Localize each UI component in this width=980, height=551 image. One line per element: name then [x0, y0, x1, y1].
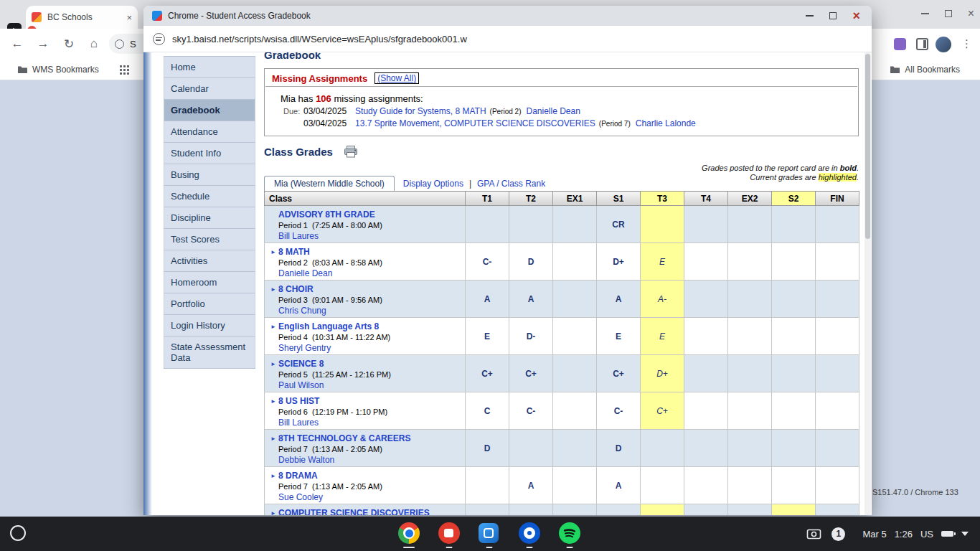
- grade-cell-ex1[interactable]: [553, 504, 597, 516]
- grade-cell-s2[interactable]: [772, 243, 816, 281]
- grade-cell-s1[interactable]: A: [597, 281, 641, 318]
- grade-cell-t2[interactable]: A: [509, 467, 553, 504]
- grade-cell-fin[interactable]: [816, 243, 859, 281]
- class-name-link[interactable]: 8TH TECHNOLOGY & CAREERS: [278, 433, 410, 443]
- sidebar-item-discipline[interactable]: Discipline: [164, 207, 255, 229]
- grade-cell-t4[interactable]: [684, 318, 728, 355]
- class-name-link[interactable]: SCIENCE 8: [278, 359, 324, 369]
- class-name-link[interactable]: COMPUTER SCIENCE DISCOVERIES: [278, 508, 430, 515]
- teacher-link[interactable]: Danielle Dean: [526, 106, 580, 116]
- grade-cell-t3[interactable]: C+: [641, 392, 684, 430]
- grade-cell-s2[interactable]: [772, 467, 816, 504]
- forward-icon[interactable]: →: [34, 35, 52, 52]
- grade-cell-ex1[interactable]: [553, 318, 597, 355]
- student-tab[interactable]: Mia (Western Middle School): [264, 176, 395, 191]
- system-tray[interactable]: Mar 5 1:26 US: [855, 525, 976, 543]
- grade-cell-t3[interactable]: A-: [641, 281, 684, 318]
- grade-cell-s1[interactable]: A: [597, 467, 641, 504]
- grade-cell-t3[interactable]: E: [641, 318, 684, 355]
- grade-cell-fin[interactable]: [816, 467, 859, 504]
- home-icon[interactable]: ⌂: [85, 35, 103, 52]
- grade-cell-ex2[interactable]: [728, 504, 772, 516]
- sidebar-item-schedule[interactable]: Schedule: [164, 186, 255, 207]
- window-titlebar[interactable]: Chrome - Student Access Gradebook ×: [143, 6, 872, 26]
- teacher-link[interactable]: Bill Laures: [278, 231, 319, 241]
- grade-cell-t2[interactable]: [509, 504, 553, 516]
- grade-cell-t1[interactable]: E: [466, 318, 509, 355]
- sidebar-item-state-assessment-data[interactable]: State Assessment Data: [164, 336, 255, 369]
- chrome-app-button[interactable]: [398, 522, 420, 544]
- grade-cell-t4[interactable]: [684, 206, 728, 243]
- grade-cell-t1[interactable]: [466, 206, 509, 243]
- gpa-class-rank-link[interactable]: GPA / Class Rank: [477, 179, 545, 189]
- grade-cell-ex1[interactable]: [553, 467, 597, 504]
- grade-cell-t2[interactable]: C-: [509, 392, 553, 430]
- sidebar-item-attendance[interactable]: Attendance: [164, 121, 255, 143]
- expand-arrow-icon[interactable]: ►: [270, 286, 276, 293]
- grade-cell-t2[interactable]: [509, 206, 553, 243]
- grade-cell-ex2[interactable]: [728, 355, 772, 392]
- grade-cell-s1[interactable]: C-: [597, 392, 641, 430]
- grade-cell-t4[interactable]: [684, 243, 728, 281]
- grade-cell-ex1[interactable]: [553, 206, 597, 243]
- class-name-link[interactable]: ADVISORY 8TH GRADE: [278, 209, 375, 220]
- minimize-button[interactable]: [806, 15, 814, 17]
- grade-cell-s1[interactable]: C+: [597, 355, 641, 392]
- grade-cell-t4[interactable]: [684, 504, 728, 516]
- class-name-link[interactable]: 8 US HIST: [278, 396, 319, 406]
- sidebar-item-login-history[interactable]: Login History: [164, 315, 255, 336]
- grade-cell-ex2[interactable]: [728, 281, 772, 318]
- window-address-bar[interactable]: sky1.baisd.net/scripts/wsisa.dll/WServic…: [143, 26, 872, 52]
- grade-cell-s2[interactable]: [772, 281, 816, 318]
- sidebar-item-home[interactable]: Home: [164, 57, 255, 78]
- grade-cell-ex2[interactable]: [728, 467, 772, 504]
- sidebar-item-student-info[interactable]: Student Info: [164, 143, 255, 164]
- show-all-link[interactable]: (Show All): [374, 72, 419, 84]
- launcher-button[interactable]: [10, 525, 26, 541]
- grade-cell-t4[interactable]: [684, 392, 728, 430]
- grade-cell-t2[interactable]: D: [509, 243, 553, 281]
- notification-badge[interactable]: 1: [831, 527, 845, 541]
- grade-cell-s2[interactable]: [772, 355, 816, 392]
- grade-cell-s1[interactable]: E: [597, 318, 641, 355]
- maximize-button[interactable]: [829, 12, 837, 19]
- grade-cell-ex1[interactable]: [553, 392, 597, 430]
- sidebar-item-homeroom[interactable]: Homeroom: [164, 272, 255, 293]
- grade-cell-t1[interactable]: [466, 467, 509, 504]
- grade-cell-s2[interactable]: [772, 430, 816, 467]
- grade-cell-t3[interactable]: [641, 430, 684, 467]
- background-minimize-button[interactable]: [921, 13, 929, 14]
- grade-cell-ex2[interactable]: [728, 318, 772, 355]
- expand-arrow-icon[interactable]: ►: [270, 510, 276, 515]
- grade-cell-fin[interactable]: [816, 206, 859, 243]
- grade-cell-t2[interactable]: A: [509, 281, 553, 318]
- extension-icon[interactable]: [894, 38, 906, 50]
- grade-cell-t1[interactable]: D: [466, 430, 509, 467]
- expand-arrow-icon[interactable]: ►: [270, 473, 276, 479]
- grade-cell-t2[interactable]: [509, 430, 553, 467]
- grade-cell-fin[interactable]: [816, 504, 859, 516]
- grade-cell-t3[interactable]: E: [641, 243, 684, 281]
- grade-cell-t2[interactable]: D-: [509, 318, 553, 355]
- back-icon[interactable]: ←: [9, 35, 26, 52]
- grade-cell-ex2[interactable]: [728, 243, 772, 281]
- screen-capture-icon[interactable]: [806, 528, 821, 540]
- grade-cell-s1[interactable]: D: [597, 430, 641, 467]
- expand-arrow-icon[interactable]: ►: [270, 249, 276, 255]
- camera-app-button[interactable]: [519, 522, 540, 544]
- background-close-button[interactable]: ×: [968, 8, 974, 19]
- background-tab[interactable]: BC Schools ×: [26, 6, 138, 29]
- grade-cell-t1[interactable]: [466, 504, 509, 516]
- grade-cell-fin[interactable]: [816, 430, 859, 467]
- sidebar-item-gradebook[interactable]: Gradebook: [164, 100, 255, 121]
- grade-cell-ex2[interactable]: [728, 430, 772, 467]
- grade-cell-t1[interactable]: A: [466, 281, 509, 318]
- teacher-link[interactable]: Charlie Lalonde: [636, 118, 696, 128]
- grade-cell-fin[interactable]: [816, 281, 859, 318]
- grade-cell-s2[interactable]: [772, 206, 816, 243]
- apps-grid-icon[interactable]: [119, 65, 129, 75]
- site-info-icon[interactable]: [153, 33, 165, 45]
- grade-cell-t1[interactable]: C: [466, 392, 509, 430]
- grade-cell-fin[interactable]: [816, 392, 859, 430]
- bookmark-folder-wms[interactable]: WMS Bookmarks: [17, 65, 99, 75]
